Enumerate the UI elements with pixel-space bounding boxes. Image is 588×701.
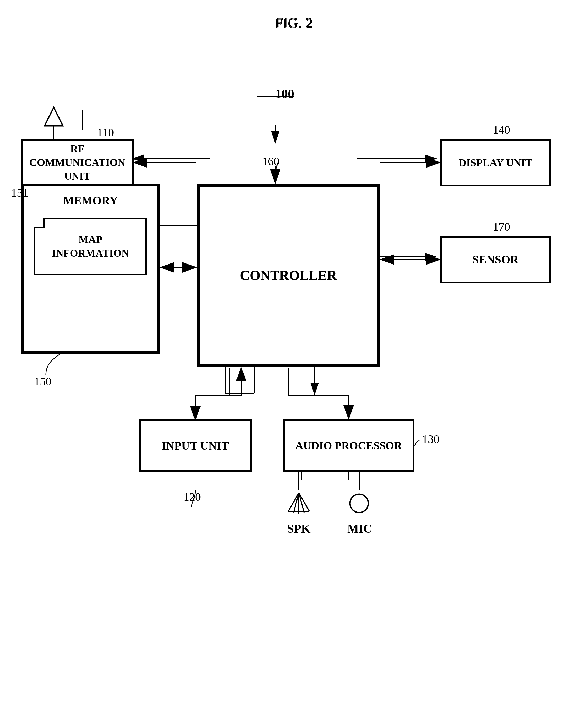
connections-svg	[0, 0, 588, 701]
